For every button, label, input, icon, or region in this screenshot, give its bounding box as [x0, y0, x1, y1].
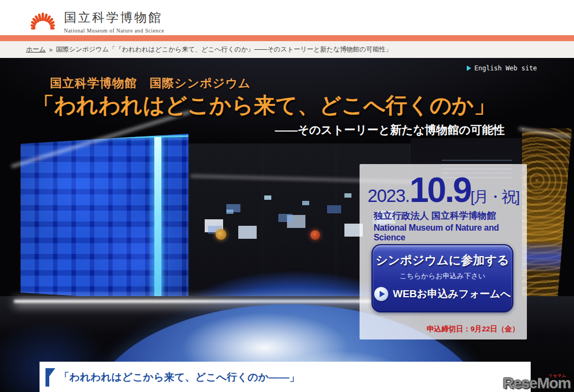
event-date-day: 10.9 — [409, 175, 471, 206]
symposium-title: 「われわれはどこから来て、どこへ行くのか」 — [32, 90, 563, 120]
museum-logo-link[interactable]: 国立科学博物館 National Museum of Nature and Sc… — [26, 2, 164, 34]
heading-flag-icon — [45, 368, 56, 387]
play-triangle-icon — [467, 66, 471, 71]
breadcrumb: ホーム » 国際シンポジウム「『われわれはどこから来て、どこへ行くのか』——その… — [0, 41, 574, 58]
web-form-label: WEBお申込みフォームへ — [393, 287, 511, 301]
resemom-ruby: リセマム — [549, 373, 566, 378]
web-application-form-button[interactable]: WEBお申込みフォームへ — [373, 287, 512, 301]
english-website-link[interactable]: English Web site — [467, 64, 537, 72]
cta-subtitle: こちらからお申込み下さい — [373, 271, 512, 281]
page: 国立科学博物館 National Museum of Nature and Sc… — [0, 0, 574, 392]
event-date: 2023. 10.9 [月・祝] — [360, 175, 527, 207]
symposium-kicker: 国立科学博物館 国際シンポジウム — [50, 75, 251, 92]
event-date-weekday: [月・祝] — [471, 187, 519, 207]
application-deadline: 申込締切日：9月22日（金） — [427, 324, 519, 334]
event-date-year: 2023. — [368, 186, 410, 206]
museum-name-en: National Museum of Nature and Science — [64, 28, 164, 34]
accent-bar — [0, 35, 574, 41]
event-info-panel: 2023. 10.9 [月・祝] 独立行政法人 国立科学博物館 National… — [360, 164, 527, 339]
join-symposium-button[interactable]: シンポジウムに参加する こちらからお申込み下さい WEBお申込みフォームへ — [371, 244, 513, 312]
symposium-subtitle: ——そのストーリーと新たな博物館の可能性 — [275, 122, 505, 138]
breadcrumb-separator: » — [49, 46, 53, 54]
content-section-card: 「われわれはどこから来て、どこへ行くのか——」 — [40, 362, 531, 392]
play-circle-icon — [374, 287, 388, 301]
museum-logo-icon — [26, 2, 64, 33]
cta-title: シンポジウムに参加する — [373, 252, 512, 269]
breadcrumb-home-link[interactable]: ホーム — [26, 45, 46, 54]
screen-info-windows-blue — [226, 204, 240, 212]
screen-red-planet-image — [310, 230, 320, 240]
site-header: 国立科学博物館 National Museum of Nature and Sc… — [0, 0, 574, 35]
organizer-ja: 独立行政法人 国立科学博物館 — [374, 210, 527, 222]
screen-sun-image — [216, 229, 226, 240]
breadcrumb-current: 国際シンポジウム「『われわれはどこから来て、どこへ行くのか』——そのストーリーと… — [56, 45, 392, 54]
screen-cyan-stripe — [154, 137, 161, 297]
golden-panel-blue-band — [522, 243, 572, 271]
museum-name-ja: 国立科学博物館 — [64, 9, 164, 26]
english-website-label: English Web site — [474, 64, 537, 72]
resemom-watermark: リセマム ReseMom — [503, 375, 571, 392]
section-heading: 「われわれはどこから来て、どこへ行くのか——」 — [59, 362, 299, 392]
organizer-en: National Museum of Nature and Science — [374, 223, 527, 243]
hero-banner: English Web site 国立科学博物館 国際シンポジウム 「われわれは… — [0, 58, 574, 392]
screen-info-windows-small — [264, 195, 271, 200]
theater-screen-left — [21, 134, 188, 303]
museum-logo-text: 国立科学博物館 National Museum of Nature and Sc… — [64, 2, 164, 34]
